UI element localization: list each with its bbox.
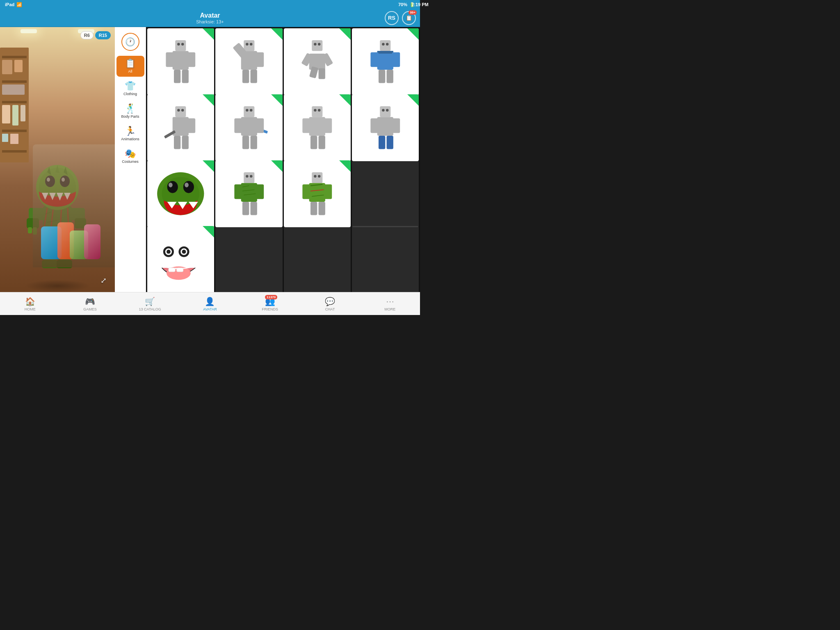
item-card[interactable] — [284, 160, 351, 227]
r6-button[interactable]: R6 — [80, 31, 94, 39]
shelf-left — [0, 48, 29, 162]
svg-rect-90 — [380, 106, 390, 117]
category-clothing[interactable]: 👕 Clothing — [116, 78, 144, 99]
category-animations[interactable]: 🏃 Animations — [116, 123, 144, 144]
svg-rect-111 — [242, 202, 249, 215]
svg-rect-75 — [234, 119, 242, 133]
header-actions: RS 📋 99+ — [385, 11, 416, 25]
owned-indicator — [203, 28, 214, 40]
status-bar: iPad 📶 2:19 PM 70% 🔋 — [0, 0, 420, 9]
svg-point-54 — [314, 43, 317, 46]
svg-point-72 — [181, 109, 184, 112]
svg-rect-37 — [182, 70, 189, 83]
item-card[interactable] — [352, 28, 419, 95]
svg-rect-121 — [324, 184, 332, 199]
svg-rect-137 — [169, 267, 175, 272]
more-icon: ⋯ — [386, 297, 394, 306]
svg-rect-91 — [377, 117, 393, 136]
category-costumes[interactable]: 🎭 Costumes — [116, 146, 144, 167]
owned-indicator — [271, 160, 283, 172]
svg-point-55 — [318, 43, 321, 46]
svg-rect-86 — [310, 136, 317, 149]
recent-icon-wrap: 🕐 — [121, 33, 139, 51]
svg-rect-32 — [176, 40, 186, 51]
svg-rect-70 — [182, 136, 189, 149]
nav-more[interactable]: ⋯ MORE — [360, 292, 420, 315]
item-card[interactable] — [215, 94, 282, 161]
svg-rect-34 — [166, 52, 174, 67]
svg-rect-57 — [377, 51, 393, 70]
owned-indicator — [339, 28, 351, 40]
catalog-icon: 🛒 — [145, 297, 155, 306]
nav-games[interactable]: 🎮 GAMES — [60, 292, 120, 315]
svg-point-132 — [167, 249, 171, 253]
notifications-button[interactable]: 📋 99+ — [402, 11, 416, 25]
item-card[interactable] — [147, 28, 214, 95]
nav-catalog[interactable]: 🛒 13 CATALOG — [120, 292, 180, 315]
clock-icon: 🕐 — [125, 37, 135, 47]
friends-label: FRIENDS — [262, 307, 278, 311]
item-card[interactable] — [215, 28, 282, 95]
rig-toggle: R6 R15 — [80, 31, 111, 39]
svg-rect-93 — [392, 119, 400, 133]
item-card[interactable] — [352, 94, 419, 161]
category-body-parts[interactable]: 🕺 Body Parts — [116, 101, 144, 122]
owned-indicator — [407, 94, 419, 106]
room-background — [0, 27, 115, 292]
avatar-shadow — [25, 280, 90, 292]
nav-chat[interactable]: 💬 CHAT — [300, 292, 360, 315]
body-parts-icon: 🕺 — [125, 104, 136, 113]
svg-point-47 — [250, 43, 253, 46]
svg-rect-120 — [302, 184, 310, 199]
item-card-empty — [352, 226, 419, 292]
svg-rect-58 — [377, 51, 393, 54]
notif-icon: 📋 — [406, 15, 412, 21]
svg-rect-94 — [379, 136, 385, 149]
r15-button[interactable]: R15 — [95, 31, 111, 39]
item-card[interactable] — [284, 94, 351, 161]
svg-point-89 — [318, 109, 321, 112]
animations-icon: 🏃 — [125, 127, 136, 136]
item-card[interactable] — [215, 160, 282, 227]
svg-point-63 — [382, 43, 385, 46]
owned-indicator — [203, 160, 214, 172]
svg-point-114 — [250, 175, 253, 178]
costumes-icon: 🎭 — [125, 149, 136, 158]
nav-home[interactable]: 🏠 HOME — [0, 292, 60, 315]
svg-rect-83 — [309, 117, 325, 136]
device-label: iPad — [5, 2, 14, 7]
item-card[interactable] — [147, 160, 214, 227]
item-card[interactable] — [147, 226, 214, 292]
svg-rect-112 — [250, 202, 257, 215]
svg-rect-110 — [256, 184, 264, 199]
body-parts-label: Body Parts — [121, 114, 139, 119]
category-recent[interactable]: 🕐 — [116, 30, 144, 54]
robux-label: RS — [388, 15, 395, 21]
chat-icon: 💬 — [325, 297, 335, 306]
owned-indicator — [271, 94, 283, 106]
svg-rect-77 — [256, 119, 264, 133]
svg-rect-123 — [318, 202, 325, 215]
nav-avatar[interactable]: 👤 AVATAR — [180, 292, 240, 315]
avatar-preview: R6 R15 ⤢ — [0, 27, 115, 292]
status-left: iPad 📶 — [5, 2, 22, 7]
item-card-empty — [215, 226, 282, 292]
item-card[interactable] — [284, 28, 351, 95]
games-label: GAMES — [83, 307, 97, 311]
svg-point-97 — [386, 109, 389, 112]
costumes-label: Costumes — [122, 160, 139, 164]
nav-friends[interactable]: 👥 11370 FRIENDS — [240, 292, 300, 315]
svg-rect-84 — [302, 119, 310, 133]
svg-point-101 — [183, 181, 194, 193]
chat-label: CHAT — [325, 307, 335, 311]
expand-button[interactable]: ⤢ — [96, 273, 111, 288]
bottom-nav: 🏠 HOME 🎮 GAMES 🛒 13 CATALOG 👤 AVATAR 👥 1… — [0, 292, 420, 315]
category-all[interactable]: 📋 All — [116, 56, 144, 77]
robux-button[interactable]: RS — [385, 11, 399, 25]
svg-point-102 — [169, 183, 173, 187]
svg-rect-60 — [392, 52, 400, 67]
status-time: 2:19 PM — [411, 2, 420, 7]
svg-rect-118 — [312, 172, 322, 183]
owned-indicator — [339, 94, 351, 106]
item-card[interactable] — [147, 94, 214, 161]
